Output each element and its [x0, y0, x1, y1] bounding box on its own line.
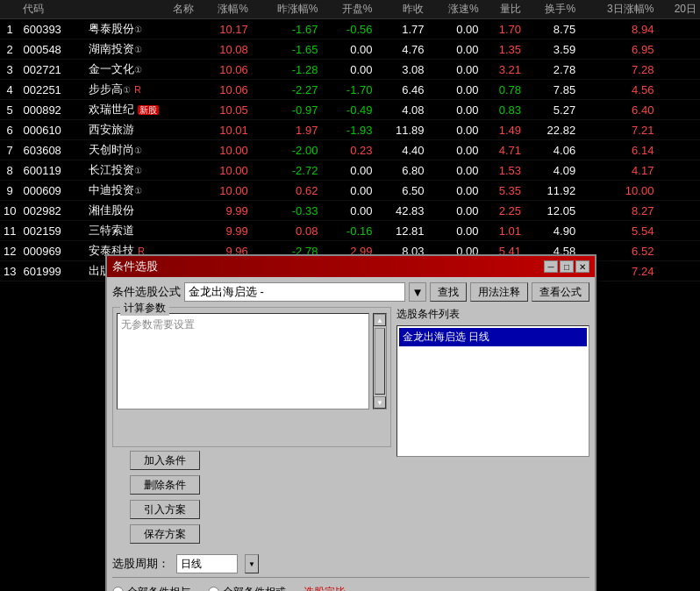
row-open: 0.00	[321, 39, 375, 60]
row-code[interactable]: 000969	[19, 241, 85, 261]
row-turn: 8.75	[525, 19, 579, 39]
row-prev: 6.46	[375, 80, 427, 100]
row-name[interactable]: 粤泰股份①	[85, 19, 197, 39]
period-dropdown-btn[interactable]: ▼	[245, 554, 259, 573]
no-params-text: 无参数需要设置	[121, 318, 195, 331]
row-open: -0.56	[321, 19, 375, 39]
radio-and-option[interactable]: 全部条件相与	[112, 585, 190, 591]
row-code[interactable]: 002721	[19, 60, 85, 80]
row-open: 0.00	[321, 201, 375, 221]
radio-or-option[interactable]: 全部条件相或	[208, 585, 286, 591]
row-turn: 11.92	[525, 181, 579, 201]
view-formula-button[interactable]: 查看公式	[532, 282, 589, 302]
calc-params-box: 计算参数 无参数需要设置 ▲ ▼	[112, 307, 391, 447]
row-name[interactable]: 长江投资①	[85, 160, 197, 181]
row-open: -1.93	[321, 120, 375, 140]
row-ychg: -0.97	[252, 100, 322, 120]
row-turn: 2.78	[525, 60, 579, 80]
row-code[interactable]: 002982	[19, 201, 85, 221]
row-d3: 10.00	[579, 181, 657, 201]
formula-dropdown-btn[interactable]: ▼	[409, 282, 426, 302]
row-open: 0.00	[321, 60, 375, 80]
row-num: 7	[0, 140, 19, 160]
row-code[interactable]: 000610	[19, 120, 85, 140]
row-code[interactable]: 002159	[19, 221, 85, 241]
row-code[interactable]: 000892	[19, 100, 85, 120]
row-prev: 3.08	[375, 60, 427, 80]
maximize-button[interactable]: □	[560, 260, 574, 273]
row-change: 10.06	[197, 60, 252, 80]
search-button[interactable]: 查找	[430, 282, 467, 302]
usage-button[interactable]: 用法注释	[470, 282, 528, 302]
row-code[interactable]: 002251	[19, 80, 85, 100]
row-speed: 0.00	[427, 60, 482, 80]
row-open: 0.00	[321, 181, 375, 201]
col-ychg: 昨涨幅%	[252, 0, 322, 19]
dialog-body: 计算参数 无参数需要设置 ▲ ▼ 加入条件	[112, 307, 589, 573]
formula-label: 条件选股公式	[112, 284, 181, 300]
scroll-up-btn[interactable]: ▲	[374, 314, 386, 326]
minimize-button[interactable]: ─	[544, 260, 558, 273]
row-name[interactable]: 步步高① R	[85, 80, 197, 100]
row-name[interactable]: 湘佳股份	[85, 201, 197, 221]
col-turn: 换手%	[525, 0, 579, 19]
row-change: 10.00	[197, 181, 252, 201]
row-name[interactable]: 三特索道	[85, 221, 197, 241]
row-prev: 4.40	[375, 140, 427, 160]
row-code[interactable]: 600393	[19, 19, 85, 39]
row-code[interactable]: 603608	[19, 140, 85, 160]
row-name[interactable]: 西安旅游	[85, 120, 197, 140]
row-name[interactable]: 欢瑞世纪 新股	[85, 100, 197, 120]
row-d20	[657, 241, 700, 261]
row-open: -0.49	[321, 100, 375, 120]
row-vol: 5.35	[482, 181, 525, 201]
scroll-down-btn[interactable]: ▼	[374, 396, 386, 409]
row-name[interactable]: 中迪投资①	[85, 181, 197, 201]
row-name[interactable]: 天创时尚①	[85, 140, 197, 160]
row-vol: 4.71	[482, 140, 525, 160]
close-button[interactable]: ✕	[575, 260, 589, 273]
row-ychg: -1.28	[252, 60, 322, 80]
add-condition-button[interactable]: 加入条件	[130, 451, 200, 470]
row-d3: 8.27	[579, 201, 657, 221]
formula-input[interactable]	[184, 282, 405, 302]
radio-and-input[interactable]	[112, 587, 124, 591]
row-turn: 22.82	[525, 120, 579, 140]
row-num: 11	[0, 221, 19, 241]
row-d3: 6.40	[579, 100, 657, 120]
row-speed: 0.00	[427, 80, 482, 100]
row-prev: 42.83	[375, 201, 427, 221]
row-code[interactable]: 000548	[19, 39, 85, 60]
row-num: 5	[0, 100, 19, 120]
save-plan-button[interactable]: 保存方案	[130, 524, 200, 544]
col-num	[0, 0, 19, 19]
row-d20	[657, 221, 700, 241]
period-input[interactable]	[176, 554, 238, 573]
row-code[interactable]: 000609	[19, 181, 85, 201]
row-prev: 4.76	[375, 39, 427, 60]
radio-or-input[interactable]	[208, 587, 219, 591]
row-change: 10.08	[197, 39, 252, 60]
row-name[interactable]: 湖南投资①	[85, 39, 197, 60]
row-change: 10.06	[197, 80, 252, 100]
row-code[interactable]: 600119	[19, 160, 85, 181]
row-name[interactable]: 金一文化①	[85, 60, 197, 80]
condition-item-1[interactable]: 金龙出海启选 日线	[399, 328, 587, 346]
row-turn: 12.05	[525, 201, 579, 221]
row-speed: 0.00	[427, 120, 482, 140]
row-turn: 4.06	[525, 140, 579, 160]
scroll-thumb[interactable]	[375, 328, 385, 395]
remove-condition-button[interactable]: 删除条件	[130, 475, 200, 495]
row-speed: 0.00	[427, 160, 482, 181]
row-speed: 0.00	[427, 140, 482, 160]
params-area: 无参数需要设置 ▲ ▼	[117, 313, 387, 409]
row-code[interactable]: 601999	[19, 261, 85, 281]
row-d3: 4.17	[579, 160, 657, 181]
dialog-bottom: 全部条件相与 全部条件相或 选股完毕. 选股范围 沪深A股 改变范围 使用涨跌不…	[112, 583, 589, 591]
row-speed: 0.00	[427, 221, 482, 241]
row-d20	[657, 19, 700, 39]
import-plan-button[interactable]: 引入方案	[130, 500, 200, 519]
row-turn: 7.85	[525, 80, 579, 100]
row-vol: 1.49	[482, 120, 525, 140]
row-d3: 6.14	[579, 140, 657, 160]
